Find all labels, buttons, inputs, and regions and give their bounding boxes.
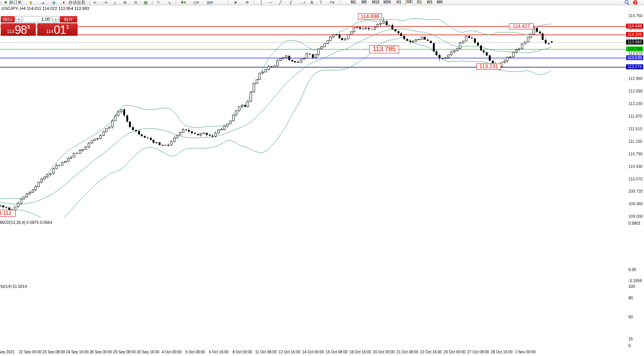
sell-button[interactable]: SELL: [1, 16, 15, 22]
price-badge: 114.448: [626, 24, 643, 29]
toolbar-zoom-in-icon[interactable]: ⊕: [123, 0, 127, 5]
toolbar-add-indicator-icon[interactable]: ✚▾: [180, 0, 186, 5]
toolbar-chart-shift-left-icon[interactable]: ⇤: [94, 0, 97, 5]
price-badge: 114.209: [626, 32, 643, 37]
macd-indicator-label: MACD(12,26,9) 0.0875 0.0564: [0, 220, 52, 225]
price-tick: 112.950: [628, 76, 642, 81]
toolbar-templates-icon[interactable]: ▤▾: [207, 0, 213, 5]
toolbar-fibonacci-icon[interactable]: ƒ: [290, 0, 292, 5]
toolbar-signal-icon[interactable]: ◉: [52, 0, 56, 5]
toolbar-new-order-icon[interactable]: ✚: [4, 0, 7, 5]
time-label: 22 Sep 00:00: [19, 350, 41, 354]
rsi-scale-label: 80: [628, 295, 633, 300]
toolbar-separator: [1, 0, 2, 5]
toolbar-chart-shift-right-icon[interactable]: ⇥: [103, 0, 107, 5]
time-label: 22 Oct 16:00: [420, 350, 442, 354]
buy-button[interactable]: BUY: [60, 16, 77, 22]
time-label: 11 Oct 08:00: [255, 350, 277, 354]
search-icon[interactable]: [624, 0, 630, 5]
time-label: 14 Oct 00:00: [302, 350, 324, 354]
ask-price-display[interactable]: 114 01 1: [37, 23, 78, 36]
symbol-ohlc-line: USDJPY-,H4 114.011 114.022 113.954 113.9…: [2, 6, 89, 11]
price-tick: 112.590: [628, 89, 642, 93]
toolbar-separator: [339, 0, 341, 5]
timeframe-M1[interactable]: M1: [350, 0, 357, 5]
time-label: 21 Oct 08:00: [396, 350, 418, 354]
time-label: 12 Oct 16:00: [278, 350, 300, 354]
toolbar-cursor-icon[interactable]: ➤: [234, 0, 237, 5]
time-label: 8 Oct 00:00: [232, 350, 252, 354]
ask-point: 1: [67, 24, 69, 30]
rsi-scale-label: 0: [628, 343, 631, 348]
toolbar-auto-scroll-icon[interactable]: △: [113, 0, 116, 5]
time-label: 27 Oct 08:00: [467, 350, 489, 354]
price-tick: 111.150: [628, 139, 642, 144]
price-annotation-label: 113.231: [477, 63, 501, 70]
time-label: 30 Sep 16:00: [137, 350, 159, 354]
ask-pips: 01: [54, 24, 66, 36]
timeframe-MN[interactable]: MN: [436, 0, 444, 5]
toolbar-chart-out-icon[interactable]: ↘: [167, 0, 171, 5]
time-label: 26 Oct 00:00: [444, 350, 465, 354]
main-toolbar: ✚新订单▮☁◉●自动交易⇤⇥△⊕⊖▦↖↘✚▾◷▾▤▾➤✛│─╱ƒ…ғAT↗▾M1…: [0, 0, 644, 5]
volume-increase-button[interactable]: ▴: [52, 16, 59, 22]
time-label: 18 Oct 16:00: [349, 350, 371, 354]
timeframe-M5[interactable]: M5: [361, 0, 367, 5]
price-badge: 113.785: [626, 46, 643, 51]
toolbar-tile-windows-icon[interactable]: ▦: [144, 0, 148, 5]
bid-pips: 98: [14, 24, 27, 36]
time-label: 28 Oct 16:00: [491, 350, 512, 354]
price-tick: 110.790: [628, 152, 642, 156]
rsi-scale-label: 50: [628, 314, 633, 319]
macd-scale-label: -0.1559: [628, 278, 642, 283]
price-tick: 111.510: [628, 126, 642, 131]
bid-handle: 113: [7, 29, 14, 34]
bid-price-display[interactable]: 113 98 3: [1, 23, 36, 36]
timeframe-M30[interactable]: M30: [383, 0, 391, 5]
price-tick: 111.870: [628, 114, 642, 118]
toolbar-periods-icon[interactable]: ◷▾: [193, 0, 199, 5]
bid-point: 3: [27, 24, 30, 30]
toolbar-crosshair-icon[interactable]: ✛: [245, 0, 249, 5]
toolbar-separator: [152, 0, 154, 5]
toolbar-arrows-icon[interactable]: ↗▾: [329, 0, 334, 5]
chart-canvas[interactable]: [0, 0, 644, 356]
price-tick: 109.000: [628, 214, 643, 219]
timeframe-M15[interactable]: M15: [371, 0, 380, 5]
toolbar-channel-icon[interactable]: …ғ: [300, 0, 305, 5]
price-badge: 113.274: [626, 64, 643, 69]
notification-icon[interactable]: [633, 0, 638, 5]
toolbar-chart-in-icon[interactable]: ↖: [157, 0, 160, 5]
toolbar-trendline-icon[interactable]: ╱: [279, 0, 282, 5]
timeframe-H1[interactable]: H1: [396, 0, 402, 5]
price-badge: 113.983: [626, 40, 643, 45]
macd-scale-label: 0.00: [628, 267, 636, 272]
timeframe-H4[interactable]: H4: [405, 0, 413, 5]
toolbar-separator: [228, 0, 230, 5]
toolbar-separator: [254, 0, 256, 5]
rsi-scale-label: 100: [628, 284, 635, 289]
price-annotation-label: 113.785: [369, 45, 399, 53]
timeframe-D1[interactable]: D1: [416, 0, 423, 5]
toolbar-zoom-out-icon[interactable]: ⊖: [134, 0, 137, 5]
toolbar-vertical-line-icon[interactable]: │: [260, 0, 263, 5]
time-label: 23 Sep 08:00: [42, 350, 65, 354]
toolbar-autotrade-label[interactable]: 自动交易: [68, 0, 85, 5]
toolbar-text-icon[interactable]: A: [310, 0, 313, 5]
timeframe-W1[interactable]: W1: [426, 0, 433, 5]
toolbar-cloud-icon[interactable]: ☁: [41, 0, 45, 5]
time-label: 29 Sep 08:00: [113, 350, 136, 354]
toolbar-new-order-label[interactable]: 新订单: [9, 0, 22, 5]
price-tick: 114.750: [628, 13, 642, 18]
toolbar-separator: [90, 0, 91, 5]
toolbar-horizontal-line-icon[interactable]: ─: [269, 0, 272, 5]
time-label: 15 Oct 08:00: [326, 350, 347, 354]
toolbar-text-label-icon[interactable]: T: [320, 0, 322, 5]
toolbar-gold-icon[interactable]: ▮: [30, 0, 32, 5]
time-label: 6 Oct 16:00: [209, 350, 229, 354]
volume-decrease-button[interactable]: ▾: [16, 16, 22, 22]
time-label: 28 Sep 00:00: [89, 350, 112, 354]
rsi-scale-label: 15: [628, 337, 633, 341]
volume-input[interactable]: [23, 16, 52, 22]
toolbar-autotrade-icon[interactable]: ●: [62, 0, 65, 5]
